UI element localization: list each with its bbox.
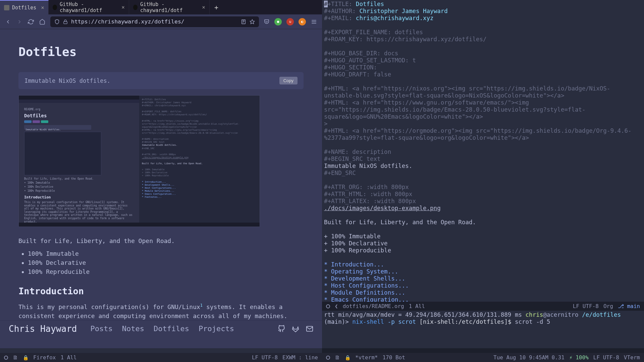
nav-dotfiles[interactable]: Dotfiles	[154, 324, 189, 333]
menu-button[interactable]	[311, 18, 317, 25]
shield-icon	[54, 19, 60, 24]
org-heading[interactable]: * Host Configurations...	[324, 282, 409, 289]
close-icon[interactable]: ×	[202, 4, 205, 10]
page-viewport[interactable]: Dotfiles Immutable NixOS dotfiles. Copy …	[0, 29, 322, 325]
reload-button[interactable]	[28, 18, 34, 25]
vterm-output: rtt min/avg/max/mdev = 49.294/186.651/36…	[324, 311, 522, 318]
buffer-position: 170 Bot	[382, 354, 405, 361]
extension-icon[interactable]: ◐	[299, 18, 306, 25]
brand[interactable]: Chris Hayward	[9, 324, 77, 334]
org-hugo: #+HUGO_DRAFT: false	[324, 71, 391, 78]
prompt-path: /e/dotfiles	[582, 311, 621, 318]
tagline: Built for Life, Liberty, and the Open Ro…	[18, 236, 304, 245]
org-hugo: #+HUGO_SECTION:	[324, 64, 377, 71]
org-html: #+HTML: <a href="https://www.gnu.org/sof…	[324, 99, 586, 120]
org-attr: #+ATTR_ORG: :width 800px	[324, 184, 409, 190]
git-branch: ⎇ main	[618, 303, 640, 309]
copy-button[interactable]: Copy	[279, 77, 298, 84]
org-heading[interactable]: * Module Definitions...	[324, 289, 405, 296]
tab-github-2[interactable]: GitHub - chayward1/dotf ×	[129, 0, 210, 14]
org-heading[interactable]: * Emacs Configuration...	[324, 296, 409, 302]
vterm-modeline: 🗎 🔒 *vterm* 170 Bot Tue Aug 10 9:45AM 0.…	[322, 353, 644, 362]
vterm-buffer[interactable]: rtt min/avg/max/mdev = 49.294/186.651/36…	[322, 311, 644, 326]
mini-bullet: • 100% Declarative	[24, 185, 134, 188]
firefox-modeline: 🗎 🔒 Firefox 1 All LF UTF-8 EXWM : line	[0, 353, 322, 362]
org-begin-src: #+BEGIN_SRC text	[324, 156, 381, 162]
org-title: Dotfiles	[356, 1, 384, 7]
org-list-item: + 100% Declarative	[324, 240, 388, 247]
mini-readme: README.org	[24, 108, 134, 111]
org-html: #+HTML: <a href="https://orgmode.org"><i…	[324, 127, 632, 141]
forward-button[interactable]	[16, 18, 23, 25]
org-buffer[interactable]: #+TITLE: Dotfiles #+AUTHOR: Christopher …	[322, 0, 644, 302]
buffer-position: 1 All	[409, 303, 425, 309]
url-bar[interactable]: https://chrishayward.xyz/dotfiles/	[50, 16, 259, 27]
org-heading[interactable]: * Development Shells...	[324, 275, 405, 282]
list-item: 100% Declarative	[28, 259, 304, 266]
extension-ublock-icon[interactable]: u	[286, 18, 294, 25]
org-hugo: #+HUGO_AUTO_SET_LASTMOD: t	[324, 57, 416, 64]
vterm-command: nix-shell	[352, 318, 384, 325]
org-heading[interactable]: * Introduction...	[324, 261, 384, 268]
org-heading[interactable]: * Operating System...	[324, 268, 398, 275]
email-icon[interactable]	[306, 325, 313, 333]
tab-dotfiles[interactable]: Dotfiles ×	[0, 0, 49, 14]
prompt-host: @acernitro	[543, 311, 578, 318]
features-list: 100% Immutable 100% Declarative 100% Rep…	[18, 250, 304, 275]
org-name: #+NAME: description	[324, 148, 391, 155]
desktop-screenshot: README.org Dotfiles Immutable NixOS dotf…	[18, 95, 260, 227]
lock-icon: 🔒	[345, 355, 351, 360]
chevron-left-icon: ❮	[335, 303, 338, 309]
mini-desc: Immutable NixOS dotfiles.	[24, 128, 61, 131]
intro-a: This is my personal configuration(s) for…	[18, 303, 200, 310]
org-export: #+EXPORT_FILE_NAME: dotfiles	[324, 29, 423, 36]
github-icon	[133, 5, 138, 10]
reader-icon[interactable]	[241, 19, 246, 24]
github-icon	[53, 5, 57, 10]
encoding: LF UTF-8	[593, 354, 619, 361]
major-mode: Org	[603, 303, 613, 309]
intro-heading: Introduction	[18, 286, 304, 296]
status-circle-icon	[326, 356, 330, 360]
close-icon[interactable]: ×	[121, 4, 125, 10]
github-icon[interactable]	[278, 325, 285, 333]
org-html: #+HTML: <a href="https://nixos.org"><img…	[324, 85, 610, 99]
status-circle-icon	[326, 304, 330, 308]
site-nav: Chris Hayward Posts Notes Dotfiles Proje…	[0, 320, 322, 337]
encoding: LF UTF-8	[252, 354, 278, 361]
mini-bullet: • 100% Reproducible	[24, 189, 134, 192]
org-key: #+AUTHOR:	[324, 8, 356, 14]
new-tab-button[interactable]: +	[210, 0, 223, 14]
home-button[interactable]	[39, 18, 46, 25]
tab-bar: Dotfiles × GitHub - chayward1/dotf × Git…	[0, 0, 322, 14]
bookmark-icon[interactable]	[250, 19, 255, 24]
org-list-item: + 100% Immutable	[324, 233, 381, 240]
tab-title: GitHub - chayward1/dotf	[60, 1, 117, 13]
extension-icon[interactable]: ●	[274, 18, 282, 25]
page-title: Dotfiles	[18, 45, 304, 59]
mini-title: Dotfiles	[24, 113, 134, 118]
org-link[interactable]: ./docs/images/desktop-example.png	[324, 205, 441, 212]
buffer-name: *vterm*	[355, 354, 378, 361]
nav-projects[interactable]: Projects	[199, 324, 234, 333]
nav-posts[interactable]: Posts	[91, 324, 113, 333]
file-icon: 🗎	[13, 354, 18, 361]
gitlab-icon[interactable]	[292, 325, 299, 333]
nav-links: Posts Notes Dotfiles Projects	[91, 324, 234, 333]
tab-github-1[interactable]: GitHub - chayward1/dotf ×	[49, 0, 129, 14]
org-text: Built for Life, Liberty, and the Open Ro…	[324, 219, 476, 226]
svg-marker-5	[250, 19, 254, 24]
org-key: #+EMAIL:	[324, 15, 352, 21]
description-text: Immutable NixOS dotfiles.	[24, 77, 110, 84]
close-icon[interactable]: ×	[41, 4, 44, 11]
battery-status: ⚡ 100%	[569, 354, 589, 361]
clock: Tue Aug 10 9:45AM 0.31	[493, 354, 565, 361]
org-email: chris@chrishayward.xyz	[356, 15, 434, 21]
org-hugo: #+HUGO_BASE_DIR: docs	[324, 50, 398, 57]
back-button[interactable]	[5, 18, 11, 25]
nav-notes[interactable]: Notes	[122, 324, 144, 333]
pocket-icon[interactable]	[264, 19, 270, 25]
mini-tagline: Built for Life, Liberty, and the Open Ro…	[24, 177, 134, 180]
buffer-position: 1 All	[60, 354, 76, 361]
footnote-ref[interactable]: 1	[200, 303, 203, 308]
